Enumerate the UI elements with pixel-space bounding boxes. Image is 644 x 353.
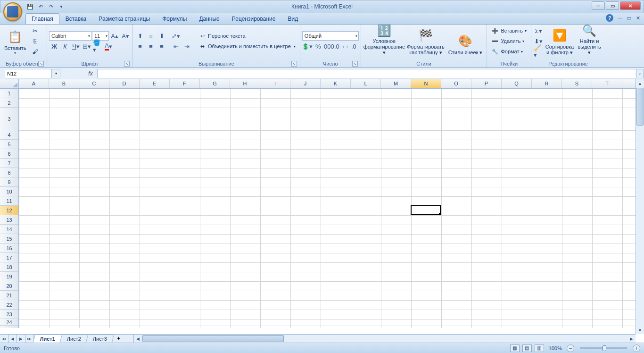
column-header-I[interactable]: I [260, 79, 290, 88]
decrease-indent-icon[interactable]: ⇤ [171, 42, 181, 51]
find-select-button[interactable]: 🔍 Найти и выделить ▾ [576, 25, 603, 57]
name-box[interactable]: N12 [5, 69, 52, 78]
sort-filter-button[interactable]: 🔽 Сортировка и фильтр ▾ [545, 25, 574, 57]
row-header-20[interactable]: 20 [0, 281, 18, 291]
align-center-icon[interactable]: ≡ [146, 42, 156, 51]
underline-icon[interactable]: Ч▾ [71, 42, 81, 51]
select-all-corner[interactable] [0, 79, 19, 88]
conditional-formatting-button[interactable]: 🔢 Условное форматирование ▾ [363, 25, 405, 57]
scroll-right-icon[interactable]: ▶ [627, 335, 636, 343]
increase-indent-icon[interactable]: ⇥ [182, 42, 192, 51]
column-header-H[interactable]: H [230, 79, 260, 88]
tab-review[interactable]: Рецензирование [226, 13, 282, 24]
formula-bar-expand[interactable]: ⌄ [636, 69, 644, 78]
row-header-1[interactable]: 1 [0, 89, 18, 98]
fill-handle[interactable] [439, 213, 441, 215]
row-header-3[interactable]: 3 [0, 108, 18, 130]
row-header-7[interactable]: 7 [0, 159, 18, 168]
sheet-nav-next[interactable]: ▶ [17, 335, 25, 343]
column-header-R[interactable]: R [532, 79, 562, 88]
currency-icon[interactable]: 💲▾ [302, 42, 313, 51]
row-header-18[interactable]: 18 [0, 262, 18, 272]
decrease-decimal-icon[interactable]: ←.0 [346, 42, 356, 51]
number-dialog-launcher[interactable]: ↘ [352, 61, 358, 67]
row-header-13[interactable]: 13 [0, 215, 18, 225]
minimize-button[interactable]: ─ [592, 1, 605, 10]
new-sheet-button[interactable]: ✦ [113, 335, 124, 343]
clipboard-dialog-launcher[interactable]: ↘ [38, 61, 44, 67]
column-header-T[interactable]: T [592, 79, 622, 88]
tab-insert[interactable]: Вставка [59, 13, 93, 24]
column-header-C[interactable]: C [79, 79, 109, 88]
column-header-L[interactable]: L [351, 79, 381, 88]
row-header-17[interactable]: 17 [0, 253, 18, 262]
tab-home[interactable]: Главная [25, 13, 59, 24]
sheet-tab-2[interactable]: Лист2 [60, 335, 89, 343]
font-color-icon[interactable]: A▾ [103, 42, 114, 51]
zoom-slider[interactable] [580, 347, 627, 349]
row-header-12[interactable]: 12 [0, 206, 18, 215]
sheet-nav-prev[interactable]: ◀ [8, 335, 17, 343]
number-format-combo[interactable]: Общий▾ [302, 31, 359, 41]
column-header-S[interactable]: S [562, 79, 592, 88]
page-layout-view-icon[interactable]: ▤ [522, 345, 532, 352]
name-box-dropdown[interactable]: ▾ [52, 69, 60, 78]
orientation-icon[interactable]: ⤢▾ [171, 31, 181, 41]
vscroll-thumb[interactable] [636, 88, 644, 126]
column-header-B[interactable]: B [49, 79, 79, 88]
cells-area[interactable] [19, 89, 644, 328]
fill-color-icon[interactable]: 🪣▾ [92, 42, 103, 51]
scroll-up-icon[interactable]: ▲ [636, 79, 644, 87]
row-header-11[interactable]: 11 [0, 196, 18, 206]
save-icon[interactable]: 💾 [26, 2, 34, 11]
column-header-P[interactable]: P [471, 79, 502, 88]
office-button[interactable] [3, 2, 22, 21]
row-header-5[interactable]: 5 [0, 140, 18, 149]
insert-cells-button[interactable]: ➕Вставить▾ [489, 26, 529, 35]
ribbon-minimize-icon[interactable]: ─ [618, 15, 622, 21]
row-header-19[interactable]: 19 [0, 272, 18, 281]
workbook-close-icon[interactable]: ✕ [636, 15, 640, 21]
row-header-24[interactable]: 24 [0, 319, 18, 326]
clear-icon[interactable]: 🧹▾ [533, 47, 544, 56]
zoom-level[interactable]: 100% [549, 345, 562, 351]
row-header-15[interactable]: 15 [0, 234, 18, 244]
decrease-font-icon[interactable]: A▾ [120, 31, 131, 41]
sheet-tab-3[interactable]: Лист3 [86, 335, 115, 343]
qat-customize-icon[interactable]: ▼ [57, 2, 66, 11]
selected-cell[interactable] [411, 205, 441, 215]
row-header-21[interactable]: 21 [0, 291, 18, 300]
undo-icon[interactable]: ↶ [36, 2, 45, 11]
align-top-icon[interactable]: ⬆ [135, 31, 145, 41]
format-cells-button[interactable]: 🔧Формат▾ [489, 47, 529, 56]
row-header-8[interactable]: 8 [0, 168, 18, 177]
redo-icon[interactable]: ↷ [47, 2, 55, 11]
border-icon[interactable]: ⊞▾ [82, 42, 92, 51]
increase-font-icon[interactable]: A▴ [109, 31, 120, 41]
zoom-out-button[interactable]: − [567, 345, 574, 352]
column-header-J[interactable]: J [290, 79, 321, 88]
column-header-M[interactable]: M [381, 79, 411, 88]
cell-styles-button[interactable]: 🎨 Стили ячеек ▾ [446, 25, 485, 57]
align-left-icon[interactable]: ≡ [135, 42, 145, 51]
close-button[interactable]: ✕ [620, 1, 641, 10]
paste-button[interactable]: 📋 Вставить ▾ [2, 25, 29, 57]
align-right-icon[interactable]: ≡ [157, 42, 167, 51]
cut-icon[interactable]: ✂ [30, 26, 41, 35]
format-painter-icon[interactable]: 🖌 [30, 47, 41, 56]
column-header-O[interactable]: O [441, 79, 471, 88]
row-header-6[interactable]: 6 [0, 149, 18, 159]
sheet-tab-1[interactable]: Лист1 [33, 335, 63, 343]
align-bottom-icon[interactable]: ⬇ [157, 31, 167, 41]
alignment-dialog-launcher[interactable]: ↘ [291, 61, 297, 67]
comma-icon[interactable]: 000 [324, 42, 334, 51]
workbook-restore-icon[interactable]: ▭ [627, 15, 631, 21]
normal-view-icon[interactable]: ▦ [510, 345, 520, 352]
scroll-left-icon[interactable]: ◀ [134, 335, 142, 343]
hscroll-thumb[interactable] [142, 335, 284, 342]
font-dialog-launcher[interactable]: ↘ [124, 61, 130, 67]
format-as-table-button[interactable]: 🏁 Форматировать как таблицу ▾ [407, 25, 445, 57]
column-header-D[interactable]: D [109, 79, 140, 88]
column-header-F[interactable]: F [170, 79, 200, 88]
tab-view[interactable]: Вид [281, 13, 304, 24]
